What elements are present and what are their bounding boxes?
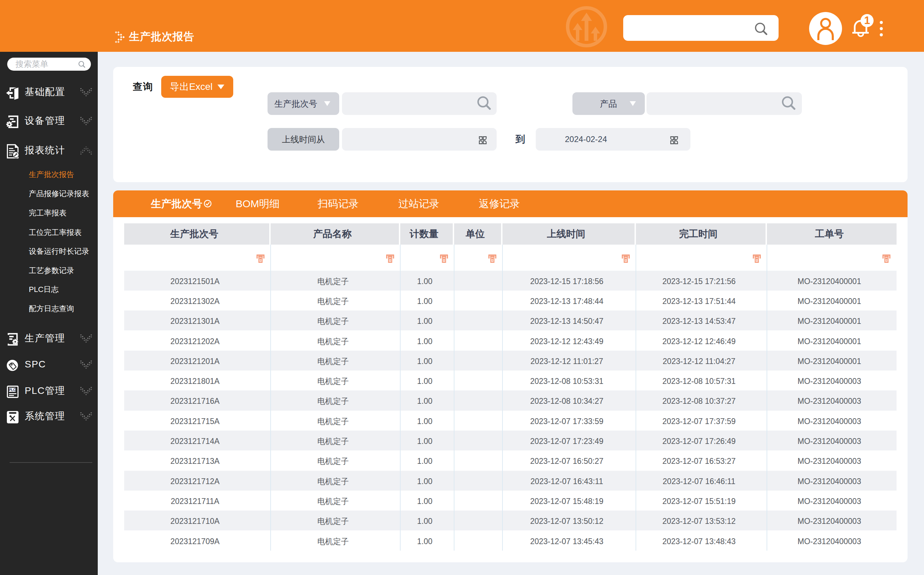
- svg-text:PLC: PLC: [9, 388, 16, 392]
